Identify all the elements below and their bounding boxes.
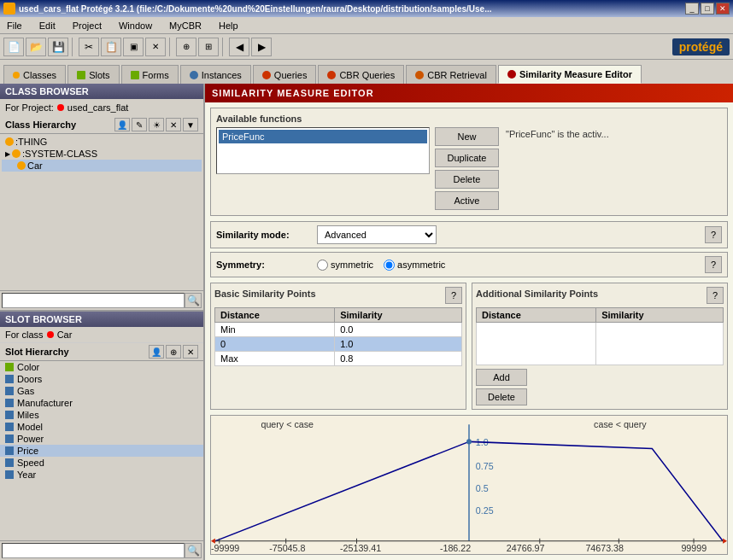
tree-item-system-class[interactable]: ▶ :SYSTEM-CLASS — [2, 148, 202, 160]
new-function-button[interactable]: New — [435, 127, 499, 146]
slot-label-miles: Miles — [17, 410, 39, 420]
app-icon — [3, 3, 15, 15]
svg-point-22 — [466, 439, 472, 444]
tree-item-thing-label: :THING — [15, 137, 47, 147]
functions-list[interactable]: PriceFunc — [216, 127, 430, 174]
slot-item-gas[interactable]: Gas — [0, 385, 203, 397]
slot-item-color[interactable]: Color — [0, 361, 203, 373]
menu-edit[interactable]: Edit — [36, 20, 59, 32]
func-item-pricefunc[interactable]: PriceFunc — [219, 130, 427, 143]
basic-distance-header: Distance — [215, 308, 335, 323]
basic-points-title: Basic Similarity Points — [214, 289, 316, 299]
window-title: used_cars_flat Protégé 3.2.1 (file:/C:/D… — [19, 4, 492, 14]
slot-item-manufacturer[interactable]: Manufacturer — [0, 397, 203, 409]
tab-queries[interactable]: Queries — [253, 65, 317, 84]
additional-points-help-button[interactable]: ? — [707, 287, 724, 304]
radio-asymmetric-input[interactable] — [384, 260, 395, 271]
slot-edit-btn[interactable]: ⊕ — [166, 345, 181, 359]
slot-manufacturer-icon — [5, 399, 14, 407]
add-point-button[interactable]: Add — [476, 369, 527, 386]
radio-asymmetric[interactable]: asymmetric — [384, 260, 445, 271]
slot-item-power[interactable]: Power — [0, 433, 203, 445]
slot-add-btn[interactable]: 👤 — [149, 345, 164, 359]
svg-text:-75045.8: -75045.8 — [269, 543, 305, 553]
slot-browser-header: SLOT BROWSER — [0, 312, 203, 327]
slot-label-manufacturer: Manufacturer — [17, 398, 73, 408]
similarity-mode-label: Similarity mode: — [216, 230, 310, 240]
hier-collapse-btn[interactable]: ✕ — [166, 118, 181, 131]
close-button[interactable]: ✕ — [716, 3, 730, 15]
slot-item-price[interactable]: Price — [0, 445, 203, 457]
tab-slots[interactable]: Slots — [67, 65, 119, 84]
minimize-button[interactable]: _ — [685, 3, 699, 15]
hier-edit-btn[interactable]: ✎ — [132, 118, 147, 131]
find-button[interactable]: ⊕ — [176, 38, 196, 56]
paste-button[interactable]: ▣ — [123, 38, 144, 56]
radio-symmetric-input[interactable] — [317, 260, 328, 271]
menu-mycbr[interactable]: MyCBR — [166, 20, 205, 32]
delete-button[interactable]: ✕ — [145, 38, 166, 56]
title-bar-buttons: _ □ ✕ — [685, 3, 730, 15]
save-button[interactable]: 💾 — [48, 38, 68, 56]
slot-item-miles[interactable]: Miles — [0, 409, 203, 421]
hier-dropdown-btn[interactable]: ▼ — [183, 118, 198, 131]
tab-cbr-retrieval[interactable]: CBR Retrieval — [406, 65, 496, 84]
slot-item-model[interactable]: Model — [0, 421, 203, 433]
tab-forms[interactable]: Forms — [121, 65, 179, 84]
slot-search-button[interactable]: 🔍 — [185, 543, 202, 558]
class-search-input[interactable] — [2, 293, 185, 308]
config-button[interactable]: ⊞ — [198, 38, 219, 56]
basic-row-max[interactable]: Max 0.8 — [215, 352, 462, 366]
copy-button[interactable]: 📋 — [101, 38, 121, 56]
symmetry-help-button[interactable]: ? — [705, 256, 722, 273]
basic-points-help-button[interactable]: ? — [445, 287, 462, 304]
basic-row-zero[interactable]: 0 1.0 — [215, 337, 462, 352]
tree-item-thing[interactable]: :THING — [2, 136, 202, 148]
basic-row-min[interactable]: Min 0.0 — [215, 323, 462, 337]
query-less-label: query < case — [261, 419, 314, 429]
function-info: "PriceFunc" is the activ... — [504, 127, 611, 141]
radio-asymmetric-label: asymmetric — [397, 260, 445, 270]
slot-search-bar: 🔍 — [0, 540, 203, 560]
similarity-mode-help-button[interactable]: ? — [705, 226, 722, 243]
forward-button[interactable]: ▶ — [251, 38, 272, 56]
open-button[interactable]: 📂 — [26, 38, 46, 56]
new-file-button[interactable]: 📄 — [3, 38, 24, 56]
slot-item-doors[interactable]: Doors — [0, 373, 203, 385]
tree-item-car[interactable]: Car — [2, 160, 202, 172]
cut-button[interactable]: ✂ — [79, 38, 99, 56]
delete-function-button[interactable]: Delete — [435, 170, 499, 189]
slot-item-speed[interactable]: Speed — [0, 457, 203, 469]
slot-year-icon — [5, 470, 14, 479]
hier-add-btn[interactable]: 👤 — [114, 118, 130, 131]
back-button[interactable]: ◀ — [229, 38, 249, 56]
slot-delete-btn[interactable]: ✕ — [183, 345, 198, 359]
menu-window[interactable]: Window — [115, 20, 155, 32]
menu-file[interactable]: File — [3, 20, 26, 32]
duplicate-function-button[interactable]: Duplicate — [435, 149, 499, 167]
active-function-button[interactable]: Active — [435, 191, 499, 210]
radio-symmetric[interactable]: symmetric — [317, 260, 373, 271]
slot-item-year[interactable]: Year — [0, 469, 203, 481]
tab-cbr-queries[interactable]: CBR Queries — [318, 65, 404, 84]
tab-similarity-editor[interactable]: Similarity Measure Editor — [498, 65, 642, 84]
maximize-button[interactable]: □ — [701, 3, 714, 15]
similarity-editor-content: Available functions PriceFunc New Duplic… — [205, 102, 733, 560]
menu-project[interactable]: Project — [69, 20, 105, 32]
delete-point-button[interactable]: Delete — [476, 388, 527, 405]
similarity-mode-select[interactable]: Advanced Basic — [317, 225, 437, 244]
slot-hierarchy-header: Slot Hierarchy 👤 ⊕ ✕ — [0, 343, 203, 361]
tab-classes[interactable]: Classes — [3, 65, 66, 84]
tab-slots-icon — [77, 71, 85, 79]
symmetry-row: Symmetry: symmetric asymmetric ? — [210, 252, 728, 277]
slot-search-input[interactable] — [2, 543, 185, 558]
menu-help[interactable]: Help — [215, 20, 242, 32]
tab-instances[interactable]: Instances — [180, 65, 251, 84]
class-search-button[interactable]: 🔍 — [185, 293, 202, 308]
tab-classes-icon — [13, 72, 20, 79]
points-section: Basic Similarity Points ? Distance Simil… — [210, 283, 728, 410]
slot-model-icon — [5, 423, 14, 431]
hier-expand-btn[interactable]: ☀ — [149, 118, 164, 131]
for-class-row: For class Car — [0, 327, 203, 343]
additional-distance-header: Distance — [477, 308, 596, 323]
